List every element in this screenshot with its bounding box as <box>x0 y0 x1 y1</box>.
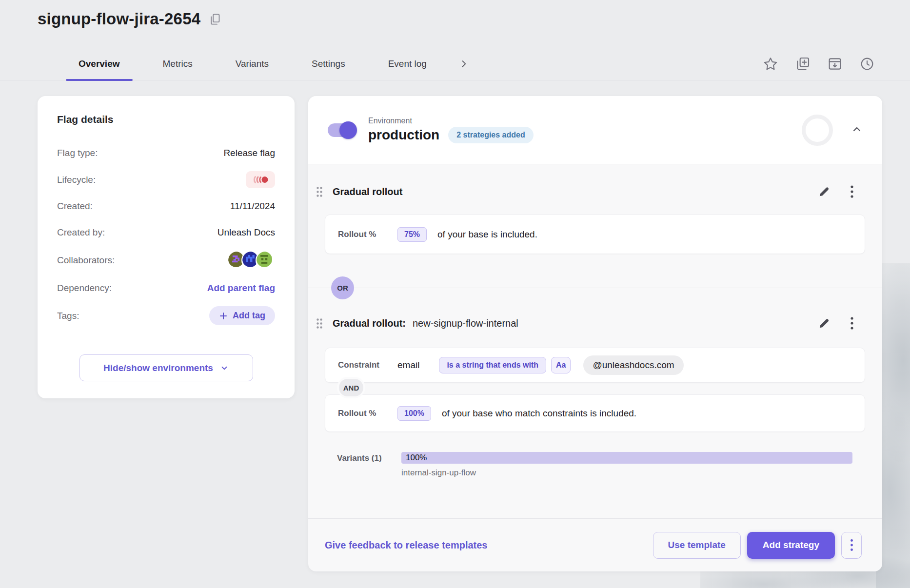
collaborators-row: Collaborators: <box>57 251 275 270</box>
rollout-percentage-chip: 75% <box>397 227 427 242</box>
history-button[interactable] <box>859 56 875 72</box>
collapse-environment-button[interactable] <box>851 123 863 135</box>
hide-show-environments-button[interactable]: Hide/show environments <box>79 354 253 381</box>
environment-card: Environment production 2 strategies adde… <box>308 96 882 571</box>
rollout-label: Rollout % <box>338 409 397 418</box>
tab-overview[interactable]: Overview <box>66 47 133 80</box>
rollout-percentage-chip: 100% <box>397 406 431 421</box>
environment-label: Environment <box>368 117 534 125</box>
tab-event-log[interactable]: Event log <box>376 47 439 80</box>
add-parent-flag-link[interactable]: Add parent flag <box>207 283 275 294</box>
rollout-label: Rollout % <box>338 230 397 239</box>
more-actions-button[interactable] <box>841 532 862 559</box>
flag-details-heading: Flag details <box>57 114 275 125</box>
copy-flag-button[interactable] <box>795 56 811 72</box>
constraint-value-pill: @unleashdocs.com <box>583 355 683 375</box>
strategy-2-header: Gradual rollout: new-signup-flow-interna… <box>316 314 854 333</box>
chevron-up-icon <box>851 123 863 135</box>
tags-row: Tags: Add tag <box>57 306 275 325</box>
page-header: signup-flow-jira-2654 <box>38 10 221 28</box>
strategy-1-title: Gradual rollout <box>333 186 402 197</box>
more-tabs-button[interactable] <box>457 47 471 80</box>
add-strategy-button[interactable]: Add strategy <box>747 532 835 559</box>
dependency-row: Dependency: Add parent flag <box>57 280 275 296</box>
metrics-progress-ring <box>802 115 833 146</box>
page-title: signup-flow-jira-2654 <box>38 10 200 28</box>
flag-type-label: Flag type: <box>57 148 98 158</box>
tab-metrics[interactable]: Metrics <box>150 47 205 80</box>
strategy-menu-button[interactable] <box>850 316 854 330</box>
strategy-menu-button[interactable] <box>850 185 854 198</box>
tab-label: Overview <box>79 59 120 69</box>
created-label: Created: <box>57 201 93 212</box>
constraint-label: Constraint <box>338 360 397 370</box>
clock-icon <box>859 56 875 72</box>
release-templates-feedback-link[interactable]: Give feedback to release templates <box>325 540 488 551</box>
rollout-description: of your base is included. <box>437 229 537 240</box>
tab-label: Event log <box>388 59 427 69</box>
environment-name: production <box>368 127 439 143</box>
add-tag-button[interactable]: Add tag <box>209 306 275 325</box>
strategy-1-header: Gradual rollout <box>316 182 854 201</box>
strategy-divider <box>308 288 882 288</box>
flag-type-row: Flag type: Release flag <box>57 145 275 161</box>
lifecycle-label: Lifecycle: <box>57 175 96 185</box>
add-tag-label: Add tag <box>233 311 265 321</box>
created-by-value: Unleash Docs <box>218 227 275 238</box>
lifecycle-row: Lifecycle: <box>57 171 275 188</box>
environment-text: Environment production 2 strategies adde… <box>368 117 534 143</box>
avatar <box>256 251 275 270</box>
hide-show-environments-label: Hide/show environments <box>103 363 213 373</box>
collaborator-avatars <box>227 251 275 270</box>
strategy-2-title: Gradual rollout: <box>333 318 406 329</box>
toggle-knob <box>339 121 357 139</box>
created-by-label: Created by: <box>57 227 105 238</box>
copy-add-icon <box>795 56 811 72</box>
drag-handle-icon[interactable] <box>316 318 323 329</box>
case-sensitivity-chip: Aa <box>551 357 571 373</box>
kebab-menu-icon <box>850 316 854 330</box>
lifecycle-stage-badge[interactable] <box>246 171 275 188</box>
created-by-row: Created by: Unleash Docs <box>57 224 275 241</box>
strategy-2-rollout-card: Rollout % 100% of your base who match co… <box>325 394 865 432</box>
tags-label: Tags: <box>57 311 79 321</box>
edit-strategy-button[interactable] <box>818 317 831 330</box>
pencil-icon <box>818 185 831 198</box>
pencil-icon <box>818 317 831 330</box>
flag-type-value: Release flag <box>223 148 275 158</box>
constraint-card: Constraint email is a string that ends w… <box>325 348 865 383</box>
variants-label: Variants (1) <box>337 453 382 463</box>
tab-label: Variants <box>236 59 269 69</box>
tab-variants[interactable]: Variants <box>223 47 281 80</box>
constraint-context-field: email <box>397 360 419 371</box>
rollout-description: of your base who match constraints is in… <box>442 408 636 419</box>
chevron-down-icon <box>220 364 229 372</box>
environment-footer: Give feedback to release templates Use t… <box>308 518 882 571</box>
variant-distribution-bar: 100% <box>401 452 852 464</box>
variant-name: internal-sign-up-flow <box>401 468 476 478</box>
archive-button[interactable] <box>827 56 843 72</box>
favorite-button[interactable] <box>763 56 778 72</box>
tab-settings[interactable]: Settings <box>299 47 358 80</box>
strategy-2-name: new-signup-flow-internal <box>413 318 518 329</box>
copy-flag-name-button[interactable] <box>208 13 221 26</box>
dependency-label: Dependency: <box>57 283 112 294</box>
environment-header: Environment production 2 strategies adde… <box>308 96 882 164</box>
created-row: Created: 11/11/2024 <box>57 198 275 215</box>
flag-action-icons <box>763 47 875 81</box>
chevron-right-icon <box>459 59 469 69</box>
archive-icon <box>827 56 843 72</box>
kebab-menu-icon <box>850 539 853 551</box>
flag-details-panel: Flag details Flag type: Release flag Lif… <box>38 96 295 398</box>
and-connector-badge: AND <box>337 377 365 398</box>
constraint-operator-chip: is a string that ends with <box>439 357 546 373</box>
kebab-menu-icon <box>850 185 854 198</box>
drag-handle-icon[interactable] <box>316 186 323 197</box>
or-connector-badge: OR <box>331 276 354 299</box>
collaborators-label: Collaborators: <box>57 255 115 266</box>
star-icon <box>763 56 778 72</box>
edit-strategy-button[interactable] <box>818 185 831 198</box>
environment-toggle[interactable] <box>328 123 356 137</box>
strategies-count-badge: 2 strategies added <box>448 127 534 143</box>
use-template-button[interactable]: Use template <box>653 532 741 559</box>
